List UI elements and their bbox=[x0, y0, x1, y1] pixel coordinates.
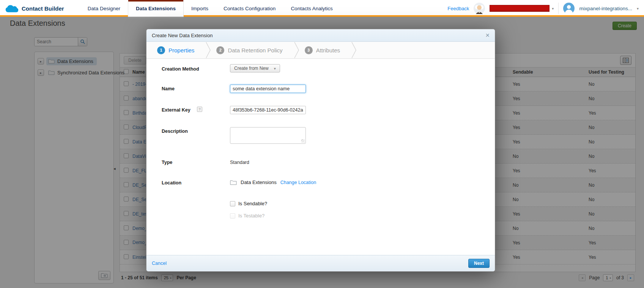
modal-title: Create New Data Extension bbox=[152, 33, 213, 38]
modal-footer: Cancel Next bbox=[146, 255, 495, 271]
modal-body: Creation Method Create from New ▾ Name E… bbox=[146, 59, 495, 255]
chevron-down-icon[interactable]: ▾ bbox=[552, 6, 554, 11]
feedback-link[interactable]: Feedback bbox=[447, 6, 469, 11]
location-row: Data Extensions Change Location bbox=[230, 179, 316, 185]
wizard-steps: 1 Properties 2 Data Retention Policy 3 A… bbox=[146, 42, 495, 59]
creation-method-value: Create from New bbox=[234, 66, 269, 71]
description-label: Description bbox=[162, 129, 188, 134]
location-value: Data Extensions bbox=[241, 179, 277, 185]
einstein-avatar[interactable] bbox=[474, 3, 485, 14]
nav-tab-imports[interactable]: Imports bbox=[184, 0, 216, 17]
is-sendable-row: Is Sendable? bbox=[230, 201, 267, 206]
is-testable-label: Is Testable? bbox=[238, 213, 265, 219]
folder-icon bbox=[230, 180, 237, 185]
help-icon[interactable]: ? bbox=[197, 107, 202, 112]
step-chevron-icon bbox=[351, 42, 357, 58]
close-icon[interactable]: × bbox=[485, 32, 490, 39]
creation-method-label: Creation Method bbox=[162, 66, 199, 72]
user-avatar[interactable] bbox=[563, 3, 575, 14]
next-button[interactable]: Next bbox=[468, 259, 490, 268]
account-name[interactable]: mixpanel-integrations... bbox=[579, 6, 632, 11]
step-label: Attributes bbox=[316, 47, 340, 54]
step-data-retention-policy[interactable]: 2 Data Retention Policy bbox=[211, 46, 294, 54]
description-textarea[interactable] bbox=[230, 127, 306, 144]
app-brand[interactable]: Contact Builder bbox=[0, 0, 80, 17]
step-number: 3 bbox=[305, 46, 313, 54]
redacted-business-unit-selector[interactable] bbox=[490, 5, 550, 12]
type-label: Type bbox=[162, 160, 172, 165]
location-label: Location bbox=[162, 180, 181, 186]
create-data-extension-modal: Create New Data Extension × 1 Properties… bbox=[146, 29, 495, 272]
name-label: Name bbox=[162, 86, 175, 91]
step-attributes[interactable]: 3 Attributes bbox=[299, 46, 351, 54]
is-testable-checkbox bbox=[230, 213, 235, 219]
step-number: 1 bbox=[157, 46, 165, 54]
nav-tab-contacts-configuration[interactable]: Contacts Configuration bbox=[216, 0, 283, 17]
nav-right-group: Feedback ▾ mixpanel-integrations... ▾ bbox=[447, 0, 644, 17]
salesforce-cloud-logo-icon bbox=[5, 4, 18, 13]
name-input[interactable] bbox=[230, 85, 306, 93]
account-chevron-down-icon[interactable]: ▾ bbox=[637, 6, 639, 11]
step-properties[interactable]: 1 Properties bbox=[152, 46, 206, 54]
step-number: 2 bbox=[216, 46, 224, 54]
change-location-link[interactable]: Change Location bbox=[280, 180, 316, 185]
resize-grip-icon[interactable] bbox=[301, 139, 305, 143]
is-sendable-label: Is Sendable? bbox=[238, 201, 267, 206]
step-chevron-icon bbox=[206, 42, 211, 58]
nav-tab-data-designer[interactable]: Data Designer bbox=[80, 0, 128, 17]
type-value: Standard bbox=[230, 160, 249, 165]
top-navbar: Contact Builder Data Designer Data Exten… bbox=[0, 0, 644, 17]
nav-tab-contacts-analytics[interactable]: Contacts Analytics bbox=[283, 0, 340, 17]
step-label: Data Retention Policy bbox=[228, 47, 282, 54]
chevron-down-icon: ▾ bbox=[274, 66, 276, 71]
is-sendable-checkbox[interactable] bbox=[230, 201, 235, 206]
nav-tabs: Data Designer Data Extensions Imports Co… bbox=[80, 0, 340, 17]
modal-header: Create New Data Extension × bbox=[146, 29, 495, 42]
nav-tab-data-extensions[interactable]: Data Extensions bbox=[128, 0, 184, 17]
is-testable-row: Is Testable? bbox=[230, 213, 265, 219]
creation-method-dropdown[interactable]: Create from New ▾ bbox=[230, 64, 280, 72]
step-chevron-icon bbox=[294, 42, 299, 58]
external-key-label: External Key bbox=[162, 107, 191, 113]
cancel-link[interactable]: Cancel bbox=[152, 261, 167, 266]
brand-label: Contact Builder bbox=[22, 5, 64, 12]
nav-divider bbox=[558, 3, 559, 14]
external-key-input[interactable] bbox=[230, 106, 306, 114]
step-label: Properties bbox=[168, 47, 194, 54]
